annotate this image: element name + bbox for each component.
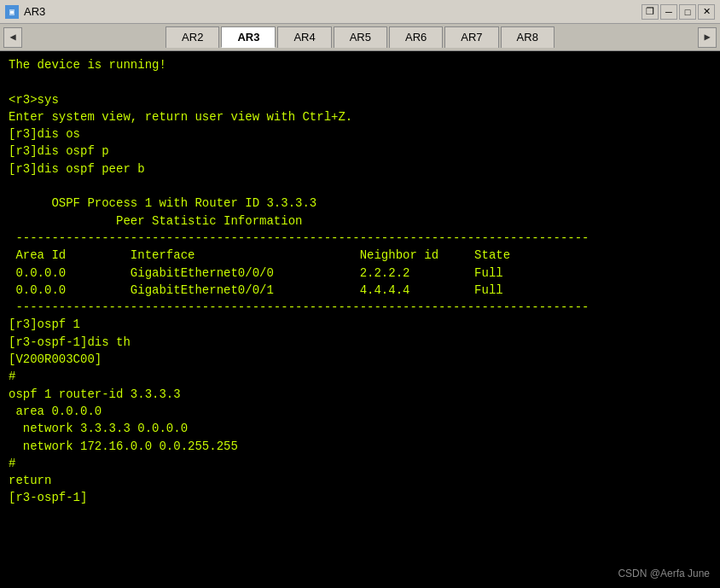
minimize-button[interactable]: ─ [660, 4, 677, 20]
window-title: AR3 [24, 5, 45, 18]
title-bar-left: ▣ AR3 [5, 5, 45, 19]
terminal-area[interactable]: The device is running! <r3>sys Enter sys… [0, 51, 720, 588]
app-icon: ▣ [5, 5, 19, 19]
maximize-button[interactable]: □ [679, 4, 696, 20]
tabs-container: AR2 AR3 AR4 AR5 AR6 AR7 AR8 [22, 26, 698, 48]
tab-ar2[interactable]: AR2 [165, 26, 219, 48]
tab-ar4[interactable]: AR4 [277, 26, 331, 48]
tab-bar: ◀ AR2 AR3 AR4 AR5 AR6 AR7 AR8 ▶ [0, 24, 720, 51]
restore-button[interactable]: ❐ [642, 4, 659, 20]
tab-ar5[interactable]: AR5 [334, 26, 387, 48]
watermark: CSDN @Aerfa June [618, 567, 710, 581]
terminal-output: The device is running! <r3>sys Enter sys… [9, 56, 711, 507]
window-controls: ❐ ─ □ ✕ [642, 4, 715, 20]
tab-next-button[interactable]: ▶ [698, 27, 717, 48]
tab-prev-button[interactable]: ◀ [3, 27, 22, 48]
title-bar: ▣ AR3 ❐ ─ □ ✕ [0, 0, 720, 24]
tab-ar3[interactable]: AR3 [221, 26, 276, 48]
tab-ar6[interactable]: AR6 [389, 26, 443, 48]
tab-ar7[interactable]: AR7 [444, 26, 498, 48]
app-icon-text: ▣ [9, 7, 15, 17]
close-button[interactable]: ✕ [698, 4, 715, 20]
tab-ar8[interactable]: AR8 [501, 26, 555, 48]
